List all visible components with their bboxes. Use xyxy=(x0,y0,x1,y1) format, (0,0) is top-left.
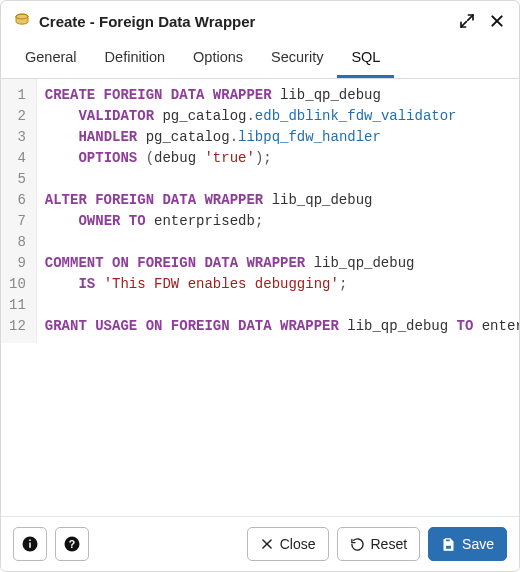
close-footer-button[interactable]: Close xyxy=(247,527,329,561)
svg-rect-3 xyxy=(29,543,31,548)
close-label: Close xyxy=(280,536,316,552)
code-content[interactable]: CREATE FOREIGN DATA WRAPPER lib_qp_debug… xyxy=(37,79,519,343)
fdw-icon xyxy=(13,12,31,30)
tab-definition[interactable]: Definition xyxy=(91,39,179,78)
info-button[interactable] xyxy=(13,527,47,561)
close-button[interactable] xyxy=(487,11,507,31)
tabs: General Definition Options Security SQL xyxy=(1,39,519,79)
tab-general[interactable]: General xyxy=(11,39,91,78)
maximize-button[interactable] xyxy=(457,11,477,31)
title-group: Create - Foreign Data Wrapper xyxy=(13,12,449,30)
svg-rect-7 xyxy=(445,538,450,541)
save-label: Save xyxy=(462,536,494,552)
dialog-create-foreign-data-wrapper: Create - Foreign Data Wrapper General De… xyxy=(0,0,520,572)
save-icon xyxy=(441,537,456,552)
titlebar: Create - Foreign Data Wrapper xyxy=(1,1,519,39)
dialog-footer: ? Close Reset Save xyxy=(1,516,519,571)
svg-rect-4 xyxy=(29,540,31,542)
reset-button[interactable]: Reset xyxy=(337,527,421,561)
tab-options[interactable]: Options xyxy=(179,39,257,78)
sql-editor[interactable]: 123456789101112 CREATE FOREIGN DATA WRAP… xyxy=(1,79,519,516)
tab-security[interactable]: Security xyxy=(257,39,337,78)
dialog-title: Create - Foreign Data Wrapper xyxy=(39,13,255,30)
reset-icon xyxy=(350,537,365,552)
help-button[interactable]: ? xyxy=(55,527,89,561)
reset-label: Reset xyxy=(371,536,408,552)
line-number-gutter: 123456789101112 xyxy=(1,79,37,343)
svg-text:?: ? xyxy=(69,538,75,550)
close-icon xyxy=(260,537,274,551)
tab-sql[interactable]: SQL xyxy=(337,39,394,78)
svg-rect-8 xyxy=(445,545,451,549)
save-button[interactable]: Save xyxy=(428,527,507,561)
title-actions xyxy=(457,11,507,31)
